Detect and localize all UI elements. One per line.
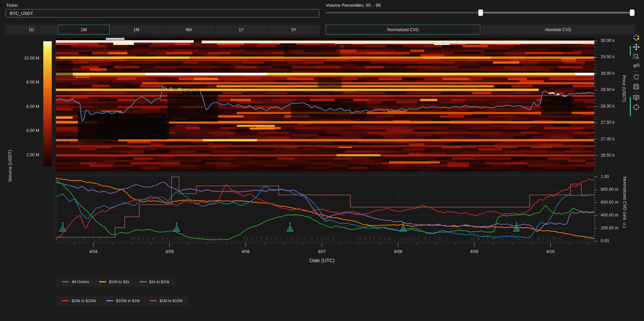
legend-label: $100k to $1M <box>116 299 140 303</box>
legend-label: $100 to $1k <box>109 280 129 284</box>
range-tab-1y[interactable]: 1Y <box>215 25 267 35</box>
price-axis-title: Price (USDT) <box>622 75 627 102</box>
firecharts-app: Ticker Volume Percentiles: 50 .. 99 1D1W… <box>0 0 644 321</box>
legend-item--10k-to-100k[interactable]: $10k to $100k <box>62 299 96 303</box>
date-tick-label: 4/05 <box>163 249 176 254</box>
legend-swatch <box>150 300 157 301</box>
time-range-tabs: 1D1W1M6M1Y3Y <box>5 25 320 35</box>
range-tab-1w[interactable]: 1W <box>58 25 110 35</box>
date-tick-label: 4/07 <box>315 249 329 254</box>
volume-percentiles-slider[interactable] <box>326 8 635 18</box>
cvd-tick-label: 800.00 m <box>601 187 618 192</box>
legend-label: $1M to $10M <box>160 299 182 303</box>
normalized-cvd-plot[interactable] <box>56 175 594 243</box>
legend-label: $10k to $100k <box>72 299 96 303</box>
cvd-tab-absolute-cvd[interactable]: Absolute CVD <box>481 25 636 35</box>
cvd-axis-ticks <box>594 175 599 244</box>
save-tool-icon[interactable] <box>632 82 641 91</box>
volume-axis-title: Volume (USDT) <box>7 150 13 182</box>
legend-swatch <box>99 281 106 282</box>
pan-active-indicator <box>630 46 631 55</box>
legend-swatch <box>62 300 69 301</box>
price-tick-label: 29.50 k <box>601 54 615 59</box>
cvd-tick-label: 600.00 m <box>601 200 618 205</box>
legend-swatch <box>106 300 113 301</box>
legend-swatch <box>62 281 69 282</box>
legend-item--100-to-1k[interactable]: $100 to $1k <box>99 280 129 284</box>
pan-tool-icon[interactable] <box>632 43 641 51</box>
date-tick-label: 4/06 <box>239 249 252 254</box>
plot-toolbar <box>628 32 643 112</box>
price-axis-ticks <box>594 38 599 173</box>
cvd-axis-title: Normalized CVD (arb. u.) <box>622 177 627 228</box>
legend-item-all-orders[interactable]: All Orders <box>62 280 89 284</box>
price-tick-label: 26.50 k <box>601 153 615 158</box>
legend-label: All Orders <box>72 280 89 284</box>
price-tick-label: 29.00 k <box>601 71 615 76</box>
hover-tool-icon[interactable] <box>632 93 641 102</box>
volume-tick-label: 10.00 M <box>14 56 39 61</box>
legend-swatch <box>139 281 146 282</box>
date-axis-title: Date (UTC) <box>309 258 335 263</box>
price-tick-label: 28.50 k <box>601 87 615 92</box>
wheel-zoom-tool-icon[interactable] <box>632 62 641 70</box>
volume-percentiles-label: Volume Percentiles: 50 .. 99 <box>326 3 381 8</box>
volume-colorbar <box>43 41 52 166</box>
slider-selected-range[interactable] <box>481 12 632 14</box>
crosshair-tool-icon[interactable] <box>632 103 641 112</box>
slider-handle-high[interactable] <box>630 9 635 16</box>
date-tick-label: 4/10 <box>544 249 557 254</box>
date-tick-label: 4/04 <box>87 249 100 254</box>
cvd-tick-label: 0.00 <box>601 238 609 243</box>
cvd-tick-label: 200.00 m <box>601 226 618 230</box>
volume-tick-label: 4.00 M <box>14 128 39 133</box>
volume-tick-label: 6.00 M <box>14 104 39 109</box>
cvd-mode-tabs: Normalized CVDAbsolute CVD <box>326 25 635 35</box>
heatmap-price-plot[interactable] <box>56 38 594 171</box>
toolbar-separator <box>634 92 639 92</box>
cvd-tick-label: 1.00 <box>601 174 609 179</box>
cvd-tick-label: 400.00 m <box>601 213 618 217</box>
cvd-tab-normalized-cvd[interactable]: Normalized CVD <box>326 25 480 35</box>
toolbar-separator <box>634 71 639 72</box>
range-tab-3y[interactable]: 3Y <box>268 25 320 35</box>
bokeh-logo[interactable] <box>632 33 641 42</box>
price-tick-label: 28.00 k <box>601 104 615 109</box>
legend-item--100k-to-1m[interactable]: $100k to $1M <box>106 299 140 303</box>
legend-item--1m-to-10m[interactable]: $1M to $10M <box>150 299 182 303</box>
date-tick-label: 4/08 <box>391 249 405 254</box>
price-tick-label: 27.50 k <box>601 120 615 125</box>
price-tick-label: 27.00 k <box>601 137 615 141</box>
date-axis-ticks <box>56 243 594 248</box>
legend-label: $1k to $10k <box>149 280 169 284</box>
legend-item--1k-to-10k[interactable]: $1k to $10k <box>139 280 169 284</box>
range-tab-6m[interactable]: 6M <box>163 25 215 35</box>
range-tab-1m[interactable]: 1M <box>110 25 162 35</box>
slider-handle-low[interactable] <box>478 9 483 16</box>
legend-row-2: $10k to $100k$100k to $1M$1M to $10M <box>56 296 188 306</box>
volume-tick-label: 8.00 M <box>14 80 39 85</box>
inspect-active-indicator <box>630 97 631 116</box>
box-zoom-tool-icon[interactable] <box>632 52 641 61</box>
volume-tick-label: 2.00 M <box>14 153 39 157</box>
legend-row-1: All Orders$100 to $1k$1k to $10k <box>56 277 176 287</box>
ticker-label: Ticker <box>6 3 18 8</box>
date-tick-label: 4/09 <box>467 249 481 254</box>
range-tab-1d[interactable]: 1D <box>5 25 57 35</box>
ticker-input[interactable] <box>5 9 319 18</box>
price-tick-label: 30.00 k <box>601 38 615 43</box>
reset-tool-icon[interactable] <box>632 73 641 82</box>
